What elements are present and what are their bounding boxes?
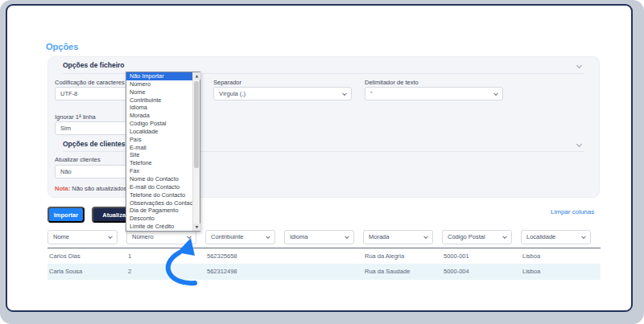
chevron-down-icon xyxy=(108,234,113,239)
dropdown-option[interactable]: Número xyxy=(126,80,192,88)
encoding-value: UTF-8 xyxy=(60,88,77,100)
dropdown-option[interactable]: Dia de Pagamento xyxy=(126,207,192,215)
scroll-up-icon[interactable]: ▲ xyxy=(193,72,200,80)
column-mapping-dropdown: Não Importar Número Nome Contribuinte Id… xyxy=(126,72,200,232)
dropdown-option[interactable]: E-mail xyxy=(126,144,192,152)
scroll-down-icon[interactable]: ▼ xyxy=(193,224,200,231)
table-cell xyxy=(284,248,363,264)
dropdown-option[interactable]: Observações do Contacto xyxy=(126,199,192,207)
dropdown-option[interactable]: E-mail do Contacto xyxy=(126,183,192,191)
table-cell: 5000-001 xyxy=(442,248,521,264)
table-cell xyxy=(284,264,363,280)
window-frame: Opções Opções de ficheiro Codificação de… xyxy=(0,0,644,324)
table-cell: 562325658 xyxy=(205,248,284,264)
column-select-localidade[interactable]: Localidade xyxy=(521,230,591,244)
table-cell: Lisboa xyxy=(521,248,601,264)
annotation-arrow-icon xyxy=(151,235,203,287)
chevron-down-icon xyxy=(581,234,586,239)
dropdown-option[interactable]: Código Postal xyxy=(126,120,192,128)
column-select-codigo-postal[interactable]: Código Postal xyxy=(442,230,512,244)
separator-value: Vírgula (,) xyxy=(219,88,246,100)
dropdown-option[interactable]: Desconto xyxy=(126,215,192,223)
chevron-down-icon[interactable] xyxy=(576,63,582,68)
dropdown-option[interactable]: País xyxy=(126,136,192,144)
encoding-label: Codificação de caracteres xyxy=(55,79,125,86)
dropdown-option[interactable]: Contribuinte xyxy=(126,96,192,105)
table-cell: Rua da Alegria xyxy=(363,248,442,264)
table-cell: Carlos Dias xyxy=(47,248,126,264)
dropdown-option[interactable]: Telefone xyxy=(126,159,192,167)
chevron-down-icon xyxy=(423,234,428,239)
note-label: Nota: xyxy=(55,185,70,192)
text-delimiter-label: Delimitador de texto xyxy=(365,79,419,86)
separator-select[interactable]: Vírgula (,) xyxy=(213,87,352,100)
update-clients-label: Atualizar clientes xyxy=(55,156,101,163)
chevron-down-icon xyxy=(493,91,498,96)
import-button[interactable]: Importar xyxy=(47,207,85,223)
client-options-heading: Opções de clientes xyxy=(63,140,125,148)
table-cell: 5000-004 xyxy=(442,264,521,280)
chevron-down-icon xyxy=(502,234,507,239)
table-cell: Rua da Saudade xyxy=(363,264,442,280)
column-select-nome[interactable]: Nome xyxy=(47,230,118,244)
ignore-first-line-value: Sim xyxy=(60,122,71,134)
table-cell: 562312498 xyxy=(205,264,284,280)
dropdown-option[interactable]: Idioma xyxy=(126,104,192,112)
dropdown-option[interactable]: Morada xyxy=(126,112,192,120)
clear-columns-link[interactable]: Limpar colunas xyxy=(551,208,594,215)
page-content: Opções Opções de ficheiro Codificação de… xyxy=(6,4,633,312)
dropdown-option[interactable]: Nome xyxy=(126,88,192,96)
chevron-down-icon xyxy=(266,234,270,239)
dropdown-option[interactable]: Site xyxy=(126,151,192,159)
update-note: Nota: Não são atualizados os xyxy=(55,185,134,192)
table-cell: Carla Sousa xyxy=(47,264,126,280)
dropdown-option[interactable]: Telefone do Contacto xyxy=(126,191,192,199)
separator-label: Separador xyxy=(213,79,242,86)
column-select-contribuinte[interactable]: Contribuinte xyxy=(205,230,275,244)
text-delimiter-select[interactable]: " xyxy=(365,87,503,100)
column-select-idioma[interactable]: Idioma xyxy=(284,230,354,244)
page-title: Opções xyxy=(46,42,78,51)
chevron-down-icon[interactable] xyxy=(576,141,582,147)
table-cell: Lisboa xyxy=(521,264,601,280)
table-row: Carlos Dias 1 562325658 Rua da Alegria 5… xyxy=(47,248,601,264)
update-clients-value: Não xyxy=(60,166,72,178)
dropdown-option[interactable]: Não Importar xyxy=(126,72,192,80)
dropdown-scrollbar[interactable]: ▲ ▼ xyxy=(192,72,200,231)
ignore-first-line-label: Ignorar 1ª linha xyxy=(55,113,96,121)
dropdown-option[interactable]: Fax xyxy=(126,167,192,175)
dropdown-option[interactable]: Limite de Crédito xyxy=(126,223,192,231)
dropdown-option[interactable]: Localidade xyxy=(126,128,192,136)
file-options-heading: Opções de ficheiro xyxy=(63,61,125,69)
column-select-morada[interactable]: Morada xyxy=(363,230,433,244)
chevron-down-icon xyxy=(345,234,349,239)
chevron-down-icon xyxy=(342,91,347,96)
text-delimiter-value: " xyxy=(370,88,373,100)
scrollbar-thumb[interactable] xyxy=(194,81,199,168)
table-row: Carla Sousa 2 562312498 Rua da Saudade 5… xyxy=(47,264,601,280)
dropdown-option[interactable]: Nome do Contacto xyxy=(126,175,192,183)
